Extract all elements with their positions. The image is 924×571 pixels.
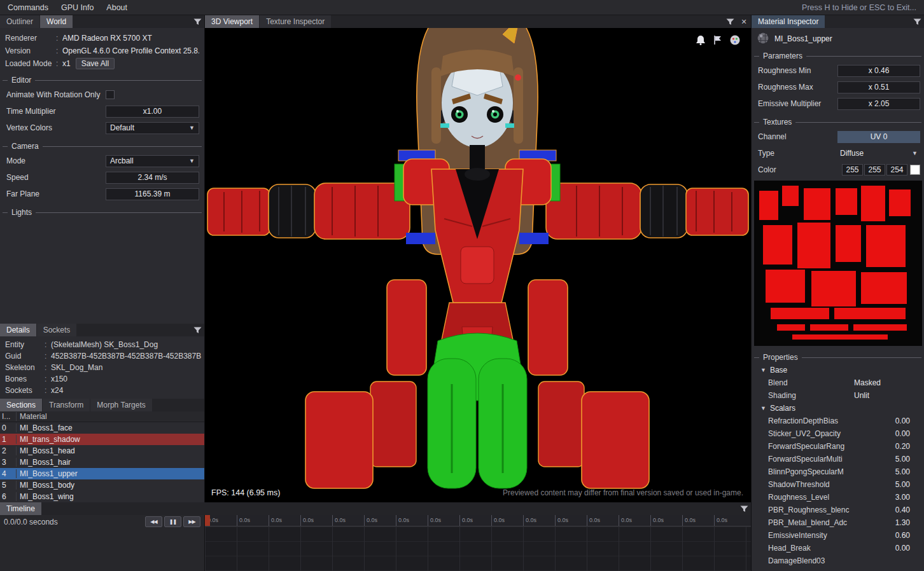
- timeline-tick: 0.0s: [682, 515, 714, 526]
- section-lights: Lights: [0, 206, 204, 219]
- bell-icon[interactable]: [695, 34, 706, 46]
- viewport-toolbar: [695, 34, 741, 46]
- material-row[interactable]: 6 MI_Boss1_wing: [0, 491, 204, 502]
- scalar-value: 5.00: [878, 467, 924, 476]
- color-swatch[interactable]: [910, 165, 920, 175]
- fast-forward-button[interactable]: ▶▶: [183, 516, 200, 527]
- menu-gpu-info[interactable]: GPU Info: [61, 3, 94, 12]
- section-lights-title: Lights: [11, 208, 32, 217]
- tab-transform[interactable]: Transform: [43, 399, 90, 411]
- color-b-input[interactable]: 254: [886, 164, 907, 175]
- time-multiplier-label: Time Multiplier: [6, 107, 106, 116]
- tab-material-inspector[interactable]: Material Inspector: [752, 15, 825, 28]
- filter-icon[interactable]: [910, 15, 924, 28]
- timeline-tick: 0.0s: [237, 515, 269, 526]
- timeline-tick: 0.0s: [523, 515, 555, 526]
- divider: [754, 357, 759, 358]
- color-r-input[interactable]: 255: [842, 164, 863, 175]
- animate-checkbox[interactable]: [106, 90, 115, 99]
- tab-details[interactable]: Details: [0, 324, 36, 336]
- rewind-button[interactable]: ◀◀: [145, 516, 162, 527]
- type-dropdown[interactable]: Diffuse ▼: [837, 148, 920, 160]
- color-g-input[interactable]: 255: [864, 164, 885, 175]
- timeline-grid[interactable]: [205, 526, 751, 571]
- renderer-value: AMD Radeon RX 5700 XT: [62, 34, 152, 43]
- chevron-down-icon: ▼: [760, 405, 766, 411]
- section-editor: Editor: [0, 74, 204, 86]
- tab-timeline[interactable]: Timeline: [0, 502, 41, 515]
- sections-tabbar: Sections Transform Morph Targets: [0, 399, 204, 411]
- material-row-selected[interactable]: 4 MI_Boss1_upper: [0, 468, 204, 479]
- tab-sockets[interactable]: Sockets: [37, 324, 77, 336]
- time-multiplier-input[interactable]: x1.00: [106, 106, 199, 118]
- guid-row: Guid 452B387B-452B387B-452B387B-452B387B: [0, 350, 204, 362]
- scalar-row: Sticker_UV2_Opacity 0.00: [752, 427, 924, 440]
- far-plane-input[interactable]: 1165.39 m: [106, 188, 199, 200]
- preview-watermark: Previewed content may differ from final …: [503, 488, 743, 497]
- tab-world[interactable]: World: [40, 15, 73, 28]
- palette-icon[interactable]: [729, 34, 741, 46]
- colon: [45, 352, 51, 361]
- roughness-max-input[interactable]: x 0.51: [837, 81, 920, 93]
- loaded-mode-label: Loaded Mode: [5, 59, 56, 68]
- type-value: Diffuse: [840, 149, 864, 158]
- menu-about[interactable]: About: [106, 3, 127, 12]
- tab-sections[interactable]: Sections: [0, 399, 42, 411]
- pause-button[interactable]: ❚❚: [164, 516, 181, 527]
- spacer: [77, 324, 190, 336]
- camera-mode-dropdown[interactable]: Arcball ▼: [106, 155, 199, 167]
- material-row[interactable]: 2 MI_Boss1_head: [0, 445, 204, 457]
- divider: [3, 80, 8, 81]
- timeline-track-area[interactable]: 0.0s0.0s0.0s0.0s0.0s0.0s0.0s0.0s0.0s0.0s…: [205, 515, 751, 571]
- viewport-3d[interactable]: FPS: 144 (6.95 ms) Previewed content may…: [205, 28, 751, 502]
- camera-speed-input[interactable]: 2.34 m/s: [106, 172, 199, 184]
- texture-preview[interactable]: [754, 181, 922, 346]
- tab-outliner[interactable]: Outliner: [0, 15, 39, 28]
- version-label: Version: [5, 46, 56, 55]
- filter-icon[interactable]: [723, 15, 737, 28]
- scalar-row: PBR_Metal_blend_Adc 1.30: [752, 516, 924, 529]
- timeline-panel: Timeline 0.0/0.0 seconds ◀◀ ❚❚ ▶▶ 0.0s0.…: [0, 502, 751, 571]
- filter-icon[interactable]: [190, 15, 204, 28]
- material-row[interactable]: 1 MI_trans_shadow: [0, 434, 204, 445]
- scalars-node-label: Scalars: [770, 404, 795, 413]
- material-row[interactable]: 5 MI_Boss1_body: [0, 479, 204, 491]
- scalar-value: 1.30: [878, 518, 924, 527]
- outliner-panel: Outliner World Renderer AMD Radeon RX 57…: [0, 15, 205, 502]
- spacer: [332, 15, 723, 28]
- timeline-ruler[interactable]: 0.0s0.0s0.0s0.0s0.0s0.0s0.0s0.0s0.0s0.0s…: [205, 515, 751, 526]
- roughness-max-row: Roughness Max x 0.51: [752, 79, 924, 95]
- menu-commands[interactable]: Commands: [8, 3, 48, 12]
- roughness-max-label: Roughness Max: [758, 83, 837, 92]
- scalar-row: RefractionDepthBias 0.00: [752, 415, 924, 427]
- scalar-value: 5.00: [878, 480, 924, 489]
- material-name: MI_Boss1_face: [17, 423, 73, 432]
- tree-node-base[interactable]: ▼ Base: [752, 364, 924, 376]
- material-row[interactable]: 0 MI_Boss1_face: [0, 422, 204, 434]
- tab-texture-inspector[interactable]: Texture Inspector: [260, 15, 331, 28]
- roughness-min-input[interactable]: x 0.46: [837, 65, 920, 77]
- flag-icon[interactable]: [712, 34, 724, 46]
- emissive-multiplier-input[interactable]: x 2.05: [837, 98, 920, 110]
- tab-3d-viewport[interactable]: 3D Viewport: [205, 15, 259, 28]
- material-row[interactable]: 3 MI_Boss1_hair: [0, 457, 204, 468]
- material-id: 2: [0, 446, 17, 455]
- scalar-value: 0.00: [878, 416, 924, 425]
- divider: [43, 146, 202, 147]
- save-all-button[interactable]: Save All: [76, 58, 115, 69]
- scalar-row: ForwardSpecularRang 0.20: [752, 440, 924, 453]
- filter-icon[interactable]: [190, 324, 204, 336]
- filter-icon[interactable]: [737, 502, 751, 515]
- timeline-playhead[interactable]: [205, 515, 210, 526]
- uv-channel-button[interactable]: UV 0: [837, 131, 920, 143]
- tab-morph-targets[interactable]: Morph Targets: [90, 399, 151, 411]
- renderer-label: Renderer: [5, 34, 56, 43]
- tree-node-scalars[interactable]: ▼ Scalars: [752, 402, 924, 415]
- section-editor-title: Editor: [11, 76, 31, 85]
- scalar-row: ShadowThreshold 5.00: [752, 478, 924, 491]
- close-icon[interactable]: ✕: [737, 15, 751, 28]
- spacer: [825, 15, 910, 28]
- vertex-colors-dropdown[interactable]: Default ▼: [106, 122, 199, 134]
- material-id: 1: [0, 435, 17, 444]
- divider: [754, 122, 759, 123]
